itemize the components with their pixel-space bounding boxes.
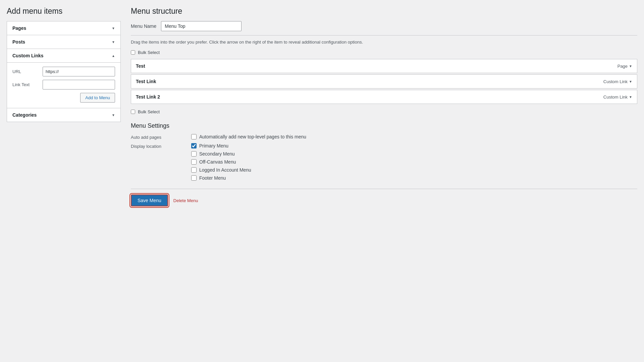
link-text-label: Link Text — [12, 82, 39, 87]
accordion-categories-header[interactable]: Categories ▼ — [7, 108, 120, 122]
bulk-select-bottom-label: Bulk Select — [138, 109, 160, 114]
primary-menu-label: Primary Menu — [199, 143, 228, 148]
divider-top — [131, 35, 637, 36]
link-text-input[interactable] — [43, 80, 115, 89]
menu-item-type: Page — [618, 64, 628, 69]
accordion-posts: Posts ▼ — [7, 35, 121, 49]
menu-name-row: Menu Name — [131, 21, 637, 31]
auto-add-pages-section: Auto add pages Automatically add new top… — [131, 134, 637, 140]
accordion-posts-arrow: ▼ — [112, 40, 115, 44]
bulk-select-bottom-checkbox[interactable] — [131, 110, 135, 114]
menu-settings-section: Menu Settings Auto add pages Automatical… — [131, 122, 637, 181]
bulk-select-top-label: Bulk Select — [138, 50, 160, 55]
menu-structure-title: Menu structure — [131, 7, 637, 16]
auto-add-options: Automatically add new top-level pages to… — [191, 134, 306, 139]
accordion-custom-links-arrow: ▲ — [112, 54, 115, 58]
menu-name-label: Menu Name — [131, 23, 156, 29]
add-to-menu-button[interactable]: Add to Menu — [80, 93, 115, 103]
menu-item-name: Test — [136, 63, 145, 69]
off-canvas-menu-row: Off-Canvas Menu — [191, 159, 251, 165]
add-menu-items-panel: Add menu items Pages ▼ Posts ▼ Custom Li… — [7, 7, 121, 212]
menu-structure-panel: Menu structure Menu Name Drag the items … — [131, 7, 637, 212]
auto-add-label: Auto add pages — [131, 134, 191, 140]
menu-item-name: Test Link — [136, 79, 156, 84]
logged-in-account-menu-row: Logged In Account Menu — [191, 167, 251, 173]
accordion-pages: Pages ▼ — [7, 21, 121, 35]
menu-item-type: Custom Link — [603, 95, 628, 100]
display-location-label: Display location — [131, 143, 191, 149]
menu-item-right[interactable]: Page ▼ — [618, 64, 632, 69]
display-location-section: Display location Primary Menu Secondary … — [131, 143, 637, 181]
footer-menu-label: Footer Menu — [199, 175, 226, 181]
menu-item: Test Page ▼ — [131, 59, 637, 73]
menu-item-name: Test Link 2 — [136, 94, 160, 100]
off-canvas-menu-label: Off-Canvas Menu — [199, 159, 236, 165]
save-menu-button[interactable]: Save Menu — [131, 194, 168, 206]
custom-links-body: URL Link Text Add to Menu — [7, 62, 120, 108]
url-label: URL — [12, 69, 39, 74]
accordion-categories: Categories ▼ — [7, 108, 121, 122]
add-menu-items-title: Add menu items — [7, 7, 121, 16]
accordion-pages-header[interactable]: Pages ▼ — [7, 21, 120, 35]
menu-name-input[interactable] — [161, 21, 241, 31]
footer-menu-checkbox[interactable] — [191, 175, 197, 181]
chevron-down-icon: ▼ — [629, 95, 632, 99]
action-row: Save Menu Delete Menu — [131, 189, 637, 212]
menu-items-list: Test Page ▼ Test Link Custom Link ▼ Test… — [131, 59, 637, 104]
display-location-options: Primary Menu Secondary Menu Off-Canvas M… — [191, 143, 251, 181]
primary-menu-checkbox[interactable] — [191, 143, 197, 148]
menu-item-right[interactable]: Custom Link ▼ — [603, 79, 632, 84]
menu-item-right[interactable]: Custom Link ▼ — [603, 95, 632, 100]
auto-add-checkbox[interactable] — [191, 134, 197, 139]
accordion-pages-label: Pages — [12, 25, 26, 31]
menu-settings-title: Menu Settings — [131, 122, 637, 129]
accordion-posts-header[interactable]: Posts ▼ — [7, 35, 120, 49]
bulk-select-top-row: Bulk Select — [131, 50, 637, 55]
bulk-select-bottom-row: Bulk Select — [131, 109, 637, 114]
link-text-row: Link Text — [12, 80, 115, 89]
delete-menu-link[interactable]: Delete Menu — [173, 198, 198, 203]
secondary-menu-label: Secondary Menu — [199, 151, 235, 157]
accordion-custom-links-label: Custom Links — [12, 53, 44, 58]
accordion-posts-label: Posts — [12, 39, 25, 45]
logged-in-account-menu-label: Logged In Account Menu — [199, 167, 251, 173]
chevron-down-icon: ▼ — [629, 64, 632, 68]
auto-add-checkbox-label: Automatically add new top-level pages to… — [199, 134, 306, 139]
url-input[interactable] — [43, 67, 115, 76]
primary-menu-row: Primary Menu — [191, 143, 251, 148]
url-row: URL — [12, 67, 115, 76]
secondary-menu-checkbox[interactable] — [191, 151, 197, 157]
bulk-select-top-checkbox[interactable] — [131, 50, 135, 55]
accordion-categories-arrow: ▼ — [112, 113, 115, 117]
chevron-down-icon: ▼ — [629, 80, 632, 83]
menu-item: Test Link 2 Custom Link ▼ — [131, 90, 637, 104]
secondary-menu-row: Secondary Menu — [191, 151, 251, 157]
drag-instructions: Drag the items into the order you prefer… — [131, 40, 637, 45]
accordion-custom-links-header[interactable]: Custom Links ▲ — [7, 49, 120, 62]
logged-in-account-menu-checkbox[interactable] — [191, 167, 197, 173]
accordion-custom-links: Custom Links ▲ URL Link Text Add to Menu — [7, 49, 121, 108]
menu-item-type: Custom Link — [603, 79, 628, 84]
footer-menu-row: Footer Menu — [191, 175, 251, 181]
accordion-categories-label: Categories — [12, 112, 37, 118]
auto-add-row: Automatically add new top-level pages to… — [191, 134, 306, 139]
off-canvas-menu-checkbox[interactable] — [191, 159, 197, 165]
menu-item: Test Link Custom Link ▼ — [131, 74, 637, 88]
accordion-pages-arrow: ▼ — [112, 26, 115, 30]
